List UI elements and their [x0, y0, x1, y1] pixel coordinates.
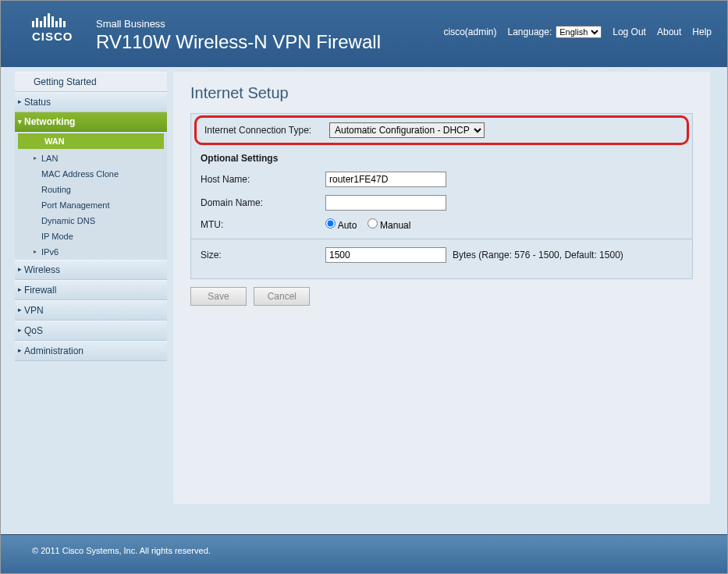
nav-administration[interactable]: ▸Administration [15, 341, 167, 361]
mtu-auto-option[interactable]: Auto [325, 220, 357, 231]
size-hint: Bytes (Range: 576 - 1500, Default: 1500) [453, 250, 623, 260]
app-window: CISCO Small Business RV110W Wireless-N V… [0, 0, 728, 574]
subnav-ddns[interactable]: Dynamic DNS [15, 213, 167, 229]
hostname-label: Host Name: [201, 174, 325, 185]
nav-firewall[interactable]: ▸Firewall [15, 280, 167, 300]
subnav-ip-mode[interactable]: IP Mode [15, 229, 167, 244]
chevron-right-icon: ▸ [34, 154, 37, 161]
optional-settings-header: Optional Settings [201, 153, 325, 164]
connection-type-label: Internet Connection Type: [204, 125, 329, 136]
nav-vpn[interactable]: ▸VPN [15, 300, 167, 321]
subnav-mac-clone[interactable]: MAC Address Clone [15, 166, 167, 182]
user-label: cisco(admin) [444, 27, 497, 37]
help-link[interactable]: Help [692, 27, 712, 37]
size-input[interactable] [325, 247, 446, 263]
copyright-text: © 2011 Cisco Systems, Inc. All rights re… [32, 546, 211, 555]
nav-networking[interactable]: ▾Networking [15, 112, 167, 132]
content-panel: Internet Setup Internet Connection Type:… [173, 72, 710, 504]
settings-section: Internet Connection Type: Automatic Conf… [190, 113, 693, 279]
chevron-right-icon: ▸ [18, 306, 22, 314]
mtu-manual-radio[interactable] [368, 218, 378, 229]
brand-subtitle: Small Business [96, 18, 381, 30]
header-actions: cisco(admin) Language: English Log Out A… [444, 26, 712, 38]
chevron-down-icon: ▾ [18, 118, 22, 126]
page-title: Internet Setup [190, 84, 693, 102]
nav-status[interactable]: ▸Status [15, 92, 167, 112]
connection-type-row: Internet Connection Type: Automatic Conf… [194, 115, 689, 145]
connection-type-select[interactable]: Automatic Configuration - DHCP [329, 122, 485, 138]
hostname-row: Host Name: [201, 172, 683, 187]
chevron-right-icon: ▸ [18, 97, 22, 105]
mtu-row: MTU: Auto Manual [201, 218, 683, 231]
divider [191, 239, 692, 239]
domain-row: Domain Name: [201, 195, 683, 211]
domain-input[interactable] [325, 195, 446, 211]
size-row: Size: Bytes (Range: 576 - 1500, Default:… [201, 247, 683, 263]
chevron-right-icon: ▸ [18, 326, 22, 334]
subnav-routing[interactable]: Routing [15, 182, 167, 197]
chevron-right-icon: ▸ [18, 285, 22, 293]
nav-wireless[interactable]: ▸Wireless [15, 260, 167, 280]
language-select[interactable]: English [556, 26, 602, 38]
sidebar: Getting Started ▸Status ▾Networking WAN … [15, 72, 167, 504]
about-link[interactable]: About [657, 27, 681, 37]
product-title: RV110W Wireless-N VPN Firewall [96, 31, 381, 53]
language-label: Language: [508, 27, 552, 37]
brand-logo: CISCO [32, 16, 73, 43]
subnav-lan[interactable]: ▸LAN [15, 151, 167, 166]
subnav-wan[interactable]: WAN [18, 133, 164, 149]
footer: © 2011 Cisco Systems, Inc. All rights re… [1, 534, 727, 573]
size-label: Size: [201, 250, 325, 260]
nav-qos[interactable]: ▸QoS [15, 321, 167, 341]
button-row: Save Cancel [190, 287, 693, 306]
subnav-ipv6[interactable]: ▸IPv6 [15, 244, 167, 260]
cancel-button[interactable]: Cancel [254, 287, 310, 306]
save-button[interactable]: Save [190, 287, 247, 306]
subnav-port-mgmt[interactable]: Port Management [15, 197, 167, 213]
networking-submenu: WAN ▸LAN MAC Address Clone Routing Port … [15, 133, 167, 260]
mtu-label: MTU: [201, 219, 325, 230]
mtu-manual-option[interactable]: Manual [368, 220, 411, 231]
header: CISCO Small Business RV110W Wireless-N V… [1, 1, 727, 67]
domain-label: Domain Name: [201, 197, 325, 208]
title-area: Small Business RV110W Wireless-N VPN Fir… [96, 18, 381, 53]
cisco-bars-icon [32, 16, 73, 27]
chevron-right-icon: ▸ [34, 248, 37, 255]
language-group: Language: English [508, 26, 602, 38]
chevron-right-icon: ▸ [18, 265, 22, 273]
chevron-right-icon: ▸ [18, 346, 22, 354]
logo-text: CISCO [32, 30, 73, 43]
logout-link[interactable]: Log Out [613, 27, 646, 37]
mtu-auto-radio[interactable] [325, 218, 336, 229]
body: Getting Started ▸Status ▾Networking WAN … [1, 67, 727, 504]
nav-getting-started[interactable]: Getting Started [15, 72, 167, 92]
hostname-input[interactable] [325, 172, 446, 187]
